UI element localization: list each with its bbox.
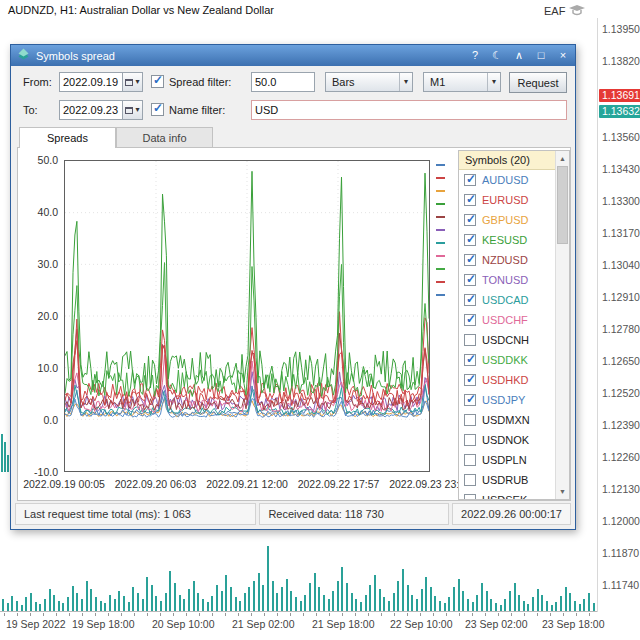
from-date-field[interactable] xyxy=(59,72,123,92)
time-axis[interactable]: 19 Sep 202219 Sep 18:0020 Sep 10:0021 Se… xyxy=(0,613,640,633)
expert-advisor-icon[interactable] xyxy=(567,3,587,19)
spread-filter-value-field[interactable] xyxy=(251,72,315,92)
price-ask-badge: 1.13691 xyxy=(599,89,640,102)
maximize-button[interactable]: □ xyxy=(535,49,547,62)
time-tick xyxy=(485,613,486,616)
to-date-input[interactable] xyxy=(63,104,119,116)
request-button[interactable]: Request xyxy=(509,72,567,93)
symbol-row[interactable]: USDMXN xyxy=(459,410,555,430)
volume-bar xyxy=(518,595,520,611)
to-calendar-button[interactable]: ▾ xyxy=(123,100,143,120)
symbol-row[interactable]: USDPLN xyxy=(459,450,555,470)
symbol-checkbox[interactable]: ✓ xyxy=(464,274,476,286)
volume-bar xyxy=(541,595,543,611)
from-date-input[interactable] xyxy=(63,76,119,88)
time-tick xyxy=(121,613,122,616)
symbol-checkbox[interactable]: ✓ xyxy=(464,314,476,326)
symbol-checkbox[interactable]: ✓ xyxy=(464,354,476,366)
volume-bar xyxy=(16,601,18,611)
symbol-checkbox[interactable]: ✓ xyxy=(464,254,476,266)
symbol-row[interactable]: ✓USDCAD xyxy=(459,290,555,310)
volume-bar xyxy=(453,587,455,611)
volume-bar xyxy=(365,595,367,611)
volume-bar xyxy=(351,593,353,611)
symbol-row[interactable]: ✓USDHKD xyxy=(459,370,555,390)
check-icon: ✓ xyxy=(466,272,476,286)
bg-chart-mark xyxy=(4,442,6,472)
volume-bar xyxy=(25,597,27,611)
symbol-row[interactable]: ✓KESUSD xyxy=(459,230,555,250)
symbol-checkbox[interactable] xyxy=(464,454,476,466)
time-axis-label: 23 Sep 18:00 xyxy=(542,618,604,630)
scroll-down-icon[interactable]: ▼ xyxy=(556,485,569,498)
symbol-row[interactable]: ✓USDDKK xyxy=(459,350,555,370)
volume-bar xyxy=(272,581,274,611)
symbol-checkbox[interactable]: ✓ xyxy=(464,394,476,406)
tab-data-info[interactable]: Data info xyxy=(116,127,213,147)
symbol-checkbox[interactable]: ✓ xyxy=(464,294,476,306)
symbol-checkbox[interactable] xyxy=(464,474,476,486)
volume-bar xyxy=(527,604,529,611)
symbol-row[interactable]: ✓USDCHF xyxy=(459,310,555,330)
symbols-scrollbar[interactable]: ▲ ▼ xyxy=(555,151,569,499)
time-tick xyxy=(433,613,434,616)
status-received-data: Received data: 118 730 xyxy=(259,503,449,525)
collapse-button[interactable]: ∧ xyxy=(513,49,525,62)
price-scale[interactable]: 1.139501.138201.136911.136321.135601.134… xyxy=(598,0,640,612)
spread-filter-value-input[interactable] xyxy=(255,76,311,88)
symbol-row[interactable]: ✓GBPUSD xyxy=(459,210,555,230)
symbol-row[interactable]: ✓NZDUSD xyxy=(459,250,555,270)
symbol-row[interactable]: ✓TONUSD xyxy=(459,270,555,290)
scroll-up-icon[interactable]: ▲ xyxy=(556,152,569,165)
time-tick xyxy=(524,613,525,616)
time-tick xyxy=(95,613,96,616)
help-button[interactable]: ? xyxy=(469,49,481,62)
symbol-checkbox[interactable]: ✓ xyxy=(464,234,476,246)
check-icon: ✓ xyxy=(466,292,476,306)
volume-bar xyxy=(495,603,497,611)
volume-bar xyxy=(188,589,190,611)
from-calendar-button[interactable]: ▾ xyxy=(123,72,143,92)
price-tick-label: 1.12910 xyxy=(602,291,640,304)
symbol-checkbox[interactable]: ✓ xyxy=(464,374,476,386)
volume-bar xyxy=(281,587,283,611)
volume-bar xyxy=(462,591,464,611)
timeframe-dropdown[interactable]: M1 ▾ xyxy=(423,72,501,92)
close-button[interactable]: × xyxy=(557,49,569,62)
symbol-checkbox[interactable]: ✓ xyxy=(464,214,476,226)
name-filter-input[interactable] xyxy=(255,104,563,116)
symbol-checkbox[interactable]: ✓ xyxy=(464,194,476,206)
volume-bar xyxy=(35,602,37,611)
scrollbar-thumb[interactable] xyxy=(557,166,568,244)
period-type-dropdown[interactable]: Bars ▾ xyxy=(325,72,413,92)
symbols-list[interactable]: ✓AUDUSD✓EURUSD✓GBPUSD✓KESUSD✓NZDUSD✓TONU… xyxy=(459,170,555,499)
volume-bar xyxy=(514,583,516,611)
name-filter-field[interactable] xyxy=(251,100,567,120)
symbol-row[interactable]: ✓AUDUSD xyxy=(459,170,555,190)
volume-bar xyxy=(7,603,9,611)
theme-toggle-icon[interactable]: ☾ xyxy=(491,49,503,62)
symbol-checkbox[interactable] xyxy=(464,434,476,446)
symbol-checkbox[interactable] xyxy=(464,334,476,346)
symbol-row[interactable]: USDSEK xyxy=(459,490,555,499)
volume-bar xyxy=(476,595,478,611)
volume-bar xyxy=(67,597,69,611)
volume-bar xyxy=(90,589,92,611)
volume-bar xyxy=(151,585,153,611)
symbol-checkbox[interactable] xyxy=(464,494,476,499)
spread-filter-checkbox[interactable]: ✓ xyxy=(151,75,164,88)
symbol-checkbox[interactable] xyxy=(464,414,476,426)
symbol-row[interactable]: USDNOK xyxy=(459,430,555,450)
symbol-row[interactable]: USDCNH xyxy=(459,330,555,350)
timeframe-value: M1 xyxy=(430,76,445,88)
dialog-titlebar[interactable]: Symbols spread ? ☾ ∧ □ × xyxy=(11,45,575,66)
symbol-row[interactable]: USDRUB xyxy=(459,470,555,490)
volume-bar xyxy=(128,602,130,611)
symbol-checkbox[interactable]: ✓ xyxy=(464,174,476,186)
volume-bar xyxy=(393,593,395,611)
symbol-row[interactable]: ✓USDJPY xyxy=(459,390,555,410)
tab-spreads[interactable]: Spreads xyxy=(19,127,116,148)
to-date-field[interactable] xyxy=(59,100,123,120)
symbol-row[interactable]: ✓EURUSD xyxy=(459,190,555,210)
name-filter-checkbox[interactable]: ✓ xyxy=(151,103,164,116)
